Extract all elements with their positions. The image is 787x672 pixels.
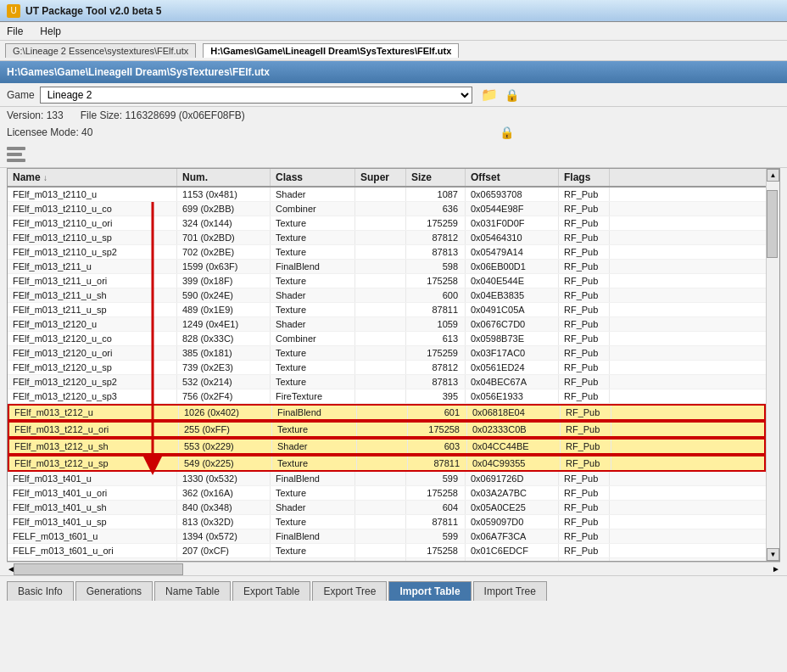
table-cell: 599 [406,472,466,485]
table-row[interactable]: FElf_m013_t211_u_sp489 (0x1E9)Texture878… [8,303,766,317]
table-row[interactable]: FElf_m013_t2110_u_sp2702 (0x2BE)Texture8… [8,245,766,260]
table-row[interactable]: FElf_m013_t212_u_sh553 (0x229)Shader6030… [8,438,766,455]
path-tab-1[interactable]: H:\Games\Game\LineageII Dream\SysTexture… [203,43,459,58]
table-row[interactable]: FElf_m013_t401_u_sp813 (0x32D)Texture878… [8,515,766,529]
table-cell: RF_Pub [559,346,610,360]
table-cell: 0x06593708 [466,188,559,201]
table-cell [355,486,406,500]
table-row[interactable]: FElf_m013_t2110_u_ori324 (0x144)Texture1… [8,216,766,231]
vertical-scrollbar[interactable]: ▲ ▼ [766,169,779,561]
table-cell: RF_Pub [561,423,611,436]
table-row[interactable]: FElf_m013_t2110_u_sp701 (0x2BD)Texture87… [8,231,766,245]
hscroll-thumb[interactable] [14,563,183,575]
table-row[interactable]: FElf_m013_t2120_u_sp3756 (0x2F4)FireText… [8,389,766,404]
table-cell: FELF_m013_t601_u_sh [8,558,177,561]
table-cell: 362 (0x16A) [177,486,271,500]
table-cell: 603 [408,440,467,453]
table-row[interactable]: FElf_m013_t2120_u_sp2532 (0x214)Texture8… [8,375,766,389]
menu-help[interactable]: Help [36,24,64,38]
open-folder-icon[interactable]: 📁 [481,87,498,103]
col-header-super[interactable]: Super [355,169,406,186]
table-cell: 175258 [406,544,466,557]
table-cell: 0x05A0CE25 [466,501,559,514]
path-tab-0[interactable]: G:\Lineage 2 Essence\systextures\FElf.ut… [5,43,196,58]
table-cell: RF_Pub [559,375,610,389]
col-header-name[interactable]: Name ↓ [8,169,177,186]
table-row[interactable]: FElf_m013_t212_u_sp549 (0x225)Texture878… [8,455,766,472]
table-cell: FElf_m013_t2110_u_sp2 [8,245,177,259]
table-cell: 385 (0x181) [177,346,271,360]
scroll-thumb[interactable] [767,190,778,258]
table-cell: 0x040E544E [466,274,559,288]
table-row[interactable]: FElf_m013_t2120_u_ori385 (0x181)Texture1… [8,346,766,361]
table-cell: Shader [271,188,355,201]
table-cell: 0x0691726D [466,472,559,485]
tab-import-table[interactable]: Import Table [388,581,471,601]
table-cell: 549 (0x225) [179,456,272,470]
table-row[interactable]: FElf_m013_t401_u1330 (0x532)FinalBlend59… [8,472,766,486]
table-cell: FElf_m013_t211_u_sp [8,303,177,316]
table-cell [355,472,406,485]
table-row[interactable]: FElf_m013_t2120_u_sp739 (0x2E3)Texture87… [8,361,766,375]
table-cell: Texture [271,515,355,529]
table-cell: Texture [271,274,355,288]
tab-name-table[interactable]: Name Table [154,581,231,601]
table-row[interactable]: FElf_m013_t2110_u1153 (0x481)Shader10870… [8,188,766,202]
stack-icon [7,144,27,165]
table-cell [355,375,406,389]
game-select[interactable]: Lineage 2 [40,87,472,104]
table-row[interactable]: FElf_m013_t212_u1026 (0x402)FinalBlend60… [8,404,766,421]
table-cell: FElf_m013_t211_u [8,260,177,273]
table-cell: 87812 [406,361,466,374]
table-cell: RF_Pub [559,245,610,259]
table-cell: 0x04C99355 [467,456,561,470]
table-cell: FElf_m013_t212_u_ori [9,423,179,436]
menu-file[interactable]: File [3,24,26,38]
table-cell: FinalBlend [271,260,355,273]
col-header-flags[interactable]: Flags [559,169,610,186]
col-header-class[interactable]: Class [271,169,355,186]
table-cell [355,529,406,543]
table-cell: Texture [271,303,355,316]
tab-export-tree[interactable]: Export Tree [312,581,387,601]
title-bar: U UT Package Tool v2.0 beta 5 [0,0,787,22]
table-cell: 0x05634683 [466,558,559,561]
tab-generations[interactable]: Generations [75,581,153,601]
col-header-offset[interactable]: Offset [466,169,559,186]
current-path-text: H:\Games\Game\LineageII Dream\SysTexture… [7,66,270,78]
scroll-track[interactable] [767,182,779,548]
table-row[interactable]: FElf_m013_t401_u_sh840 (0x348)Shader6040… [8,501,766,515]
table-row[interactable]: FElf_m013_t2120_u1249 (0x4E1)Shader10590… [8,317,766,332]
col-header-num[interactable]: Num. [177,169,271,186]
table-row[interactable]: FElf_m013_t2110_u_co699 (0x2BB)Combiner6… [8,202,766,216]
table-cell: RF_Pub [559,515,610,529]
table-cell: 553 (0x229) [179,440,272,453]
table-row[interactable]: FElf_m013_t212_u_ori255 (0xFF)Texture175… [8,421,766,438]
table-row[interactable]: FElf_m013_t211_u_ori399 (0x18F)Texture17… [8,274,766,288]
licensee-text: Licensee Mode: 40 [7,126,92,138]
tab-import-tree[interactable]: Import Tree [473,581,547,601]
table-cell: Texture [271,544,355,557]
table-row[interactable]: FELF_m013_t601_u_sh741 (0x2E5)Shader6070… [8,558,766,561]
scroll-right-button[interactable]: ► [772,564,780,574]
table-cell: RF_Pub [559,317,610,331]
table-row[interactable]: FElf_m013_t211_u1599 (0x63F)FinalBlend59… [8,260,766,274]
table-row[interactable]: FELF_m013_t601_u_ori207 (0xCF)Texture175… [8,544,766,558]
table-cell: 0x0544E98F [466,202,559,216]
table-cell: Shader [272,440,357,453]
horizontal-scrollbar[interactable]: ◄ ► [7,562,780,575]
tab-export-table[interactable]: Export Table [232,581,311,601]
table-row[interactable]: FElf_m013_t211_u_sh590 (0x24E)Shader6000… [8,288,766,303]
tab-basic-info[interactable]: Basic Info [7,581,74,601]
table-cell [355,317,406,331]
table-row[interactable]: FELF_m013_t601_u1394 (0x572)FinalBlend59… [8,529,766,544]
table-cell: 1059 [406,317,466,331]
table-row[interactable]: FElf_m013_t2120_u_co828 (0x33C)Combiner6… [8,332,766,346]
table-row[interactable]: FElf_m013_t401_u_ori362 (0x16A)Texture17… [8,486,766,501]
table-cell: RF_Pub [561,456,611,470]
table-cell [355,188,406,201]
scroll-down-button[interactable]: ▼ [767,548,779,561]
scroll-up-button[interactable]: ▲ [767,169,779,182]
lock-icon2: 🔒 [500,126,514,139]
col-header-size[interactable]: Size [406,169,466,186]
